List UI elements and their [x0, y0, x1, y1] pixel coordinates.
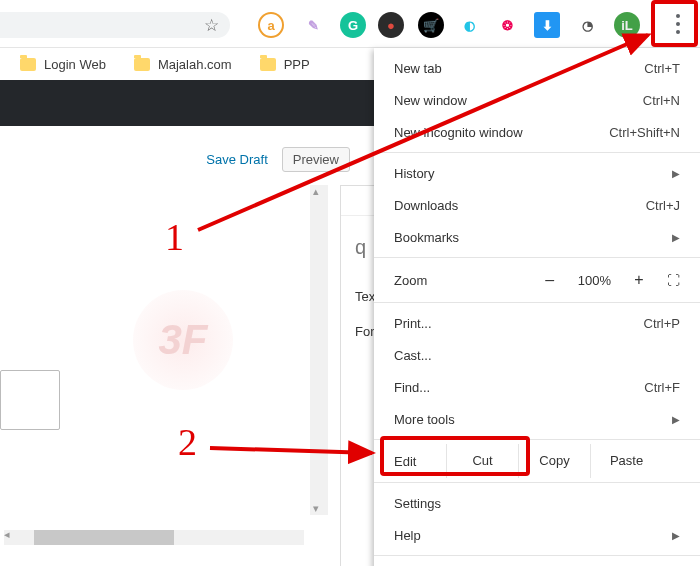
folder-icon: [20, 58, 36, 71]
cart-ext-icon[interactable]: 🛒: [418, 12, 444, 38]
menu-help[interactable]: Help ▶: [374, 519, 700, 551]
amazon-ext-icon[interactable]: a: [258, 12, 284, 38]
chevron-right-icon: ▶: [672, 530, 680, 541]
colorwheel-ext-icon[interactable]: ❂: [494, 12, 520, 38]
save-draft-link[interactable]: Save Draft: [206, 152, 267, 167]
bookmark-item[interactable]: Login Web: [20, 57, 106, 72]
bookmark-item[interactable]: PPP: [260, 57, 310, 72]
menu-find[interactable]: Find... Ctrl+F: [374, 371, 700, 403]
folder-icon: [260, 58, 276, 71]
menu-new-incognito[interactable]: New incognito window Ctrl+Shift+N: [374, 116, 700, 148]
opera-ext-icon[interactable]: ●: [378, 12, 404, 38]
menu-downloads[interactable]: Downloads Ctrl+J: [374, 189, 700, 221]
grammarly-ext-icon[interactable]: G: [340, 12, 366, 38]
folder-icon: [134, 58, 150, 71]
feather-ext-icon[interactable]: ✎: [300, 12, 326, 38]
bookmark-label: PPP: [284, 57, 310, 72]
fullscreen-icon[interactable]: ⛶: [667, 273, 680, 288]
zoom-in-button[interactable]: +: [629, 271, 649, 289]
menu-history[interactable]: History ▶: [374, 157, 700, 189]
menu-new-window[interactable]: New window Ctrl+N: [374, 84, 700, 116]
zoom-value: 100%: [578, 273, 611, 288]
annotation-number-1: 1: [165, 215, 184, 259]
search-icon[interactable]: q: [355, 236, 366, 258]
menu-print[interactable]: Print... Ctrl+P: [374, 307, 700, 339]
editor-box[interactable]: [0, 370, 60, 430]
chevron-right-icon: ▶: [672, 232, 680, 243]
omnibox[interactable]: [0, 12, 230, 38]
menu-edit-row: Edit Cut Copy Paste: [374, 444, 700, 478]
annotation-number-2: 2: [178, 420, 197, 464]
menu-zoom: Zoom – 100% + ⛶: [374, 262, 700, 298]
menu-cast[interactable]: Cast...: [374, 339, 700, 371]
menu-settings[interactable]: Settings: [374, 487, 700, 519]
chevron-right-icon: ▶: [672, 414, 680, 425]
menu-more-tools[interactable]: More tools ▶: [374, 403, 700, 435]
bookmark-label: Login Web: [44, 57, 106, 72]
menu-copy[interactable]: Copy: [518, 444, 590, 478]
browser-toolbar: ☆ a✎G●🛒◐❂⬇◔iL: [0, 0, 700, 48]
bookmark-item[interactable]: Majalah.com: [134, 57, 232, 72]
menu-cut[interactable]: Cut: [446, 444, 518, 478]
menu-bookmarks[interactable]: Bookmarks ▶: [374, 221, 700, 253]
zoom-out-button[interactable]: –: [540, 271, 560, 289]
bookmark-label: Majalah.com: [158, 57, 232, 72]
preview-button[interactable]: Preview: [282, 147, 350, 172]
download-ext-icon[interactable]: ⬇: [534, 12, 560, 38]
menu-paste[interactable]: Paste: [590, 444, 662, 478]
menu-exit[interactable]: Exit: [374, 560, 700, 566]
chevron-right-icon: ▶: [672, 168, 680, 179]
lastpass-ext-icon[interactable]: iL: [614, 12, 640, 38]
idm-ext-icon[interactable]: ◔: [574, 12, 600, 38]
cyan-ext-icon[interactable]: ◐: [456, 12, 482, 38]
watermark-logo: 3F: [133, 290, 233, 390]
star-icon[interactable]: ☆: [198, 12, 224, 38]
menu-new-tab[interactable]: New tab Ctrl+T: [374, 52, 700, 84]
kebab-menu-button[interactable]: [662, 8, 694, 40]
chrome-menu: New tab Ctrl+T New window Ctrl+N New inc…: [374, 48, 700, 566]
vertical-scrollbar[interactable]: [310, 185, 328, 515]
horizontal-scrollbar[interactable]: ◂: [4, 530, 304, 545]
